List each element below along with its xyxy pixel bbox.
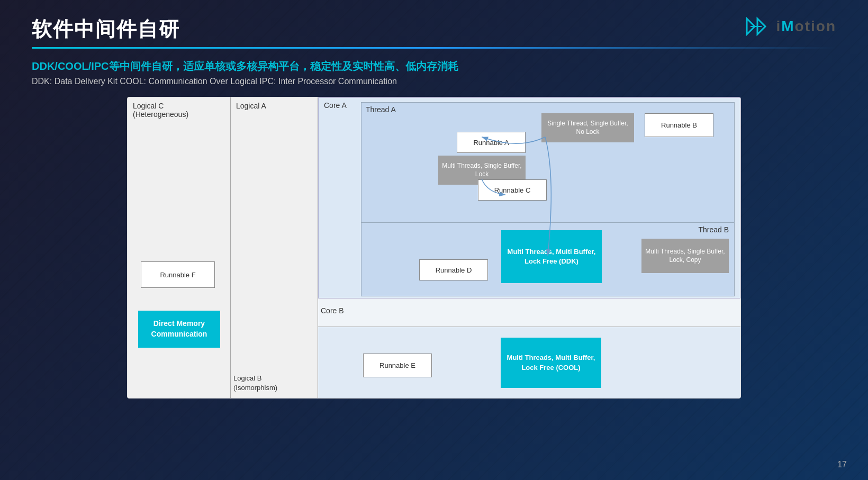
- single-thread-box: Single Thread, Single Buffer, No Lock: [541, 113, 634, 142]
- logical-c-label: Logical C(Heterogeneous): [128, 97, 230, 123]
- subtitle-section: DDK/COOL/IPC等中间件自研，适应单核或多核异构平台，稳定性及实时性高、…: [32, 59, 836, 86]
- header-divider: [32, 47, 836, 49]
- header: 软件中间件自研 iMotion: [32, 16, 836, 43]
- logical-c-column: Logical C(Heterogeneous) Runnable F Dire…: [128, 97, 231, 398]
- logo-icon: [744, 16, 771, 37]
- logical-b-label: Logical B(Isomorphism): [233, 374, 277, 393]
- diagram-area: Logical C(Heterogeneous) Runnable F Dire…: [127, 97, 741, 399]
- page-title: 软件中间件自研: [32, 16, 180, 43]
- core-a-area: Core A Thread A Runnable A Single Thread…: [318, 97, 740, 298]
- runnable-b-box: Runnable B: [645, 113, 713, 137]
- logo-text: iMotion: [776, 18, 836, 35]
- page-container: 软件中间件自研 iMotion DDK/COOL/IPC等中间件自研，适应单核或…: [0, 0, 868, 480]
- subtitle-main: DDK/COOL/IPC等中间件自研，适应单核或多核异构平台，稳定性及实时性高、…: [32, 59, 836, 74]
- cool-row: Runnable E Multi Threads, Multi Buffer, …: [318, 327, 740, 398]
- runnable-e-box: Runnable E: [363, 354, 432, 377]
- runnable-a-box: Runnable A: [457, 132, 526, 153]
- ddk-box: Multi Threads, Multi Buffer, Lock Free (…: [501, 230, 602, 283]
- logo-container: iMotion: [744, 16, 836, 37]
- logical-a-label: Logical A: [231, 97, 318, 114]
- core-b-label: Core B: [321, 306, 344, 315]
- runnable-f-box: Runnable F: [141, 261, 215, 288]
- thread-b-label: Thread B: [698, 225, 729, 234]
- direct-memory-box: Direct MemoryCommunication: [138, 311, 220, 348]
- cool-box: Multi Threads, Multi Buffer, Lock Free (…: [501, 338, 601, 388]
- page-number: 17: [837, 460, 847, 469]
- multi-threads-copy-box: Multi Threads, Single Buffer, Lock, Copy: [641, 239, 729, 273]
- runnable-c-box: Runnable C: [478, 179, 547, 201]
- subtitle-sub: DDK: Data Delivery Kit COOL: Communicati…: [32, 77, 836, 86]
- thread-a-area: Thread A Runnable A Single Thread, Singl…: [361, 102, 735, 224]
- main-content: Core A Thread A Runnable A Single Thread…: [318, 97, 740, 398]
- logical-a-column: Logical A Logical B(Isomorphism): [231, 97, 318, 398]
- runnable-d-box: Runnable D: [419, 259, 488, 280]
